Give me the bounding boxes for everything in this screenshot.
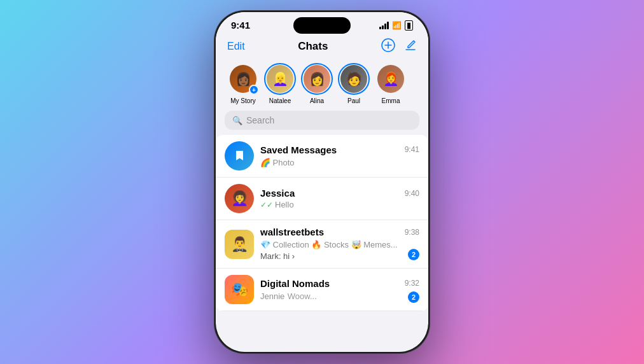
compose-icon[interactable] [404, 39, 417, 53]
battery-icon: ▮ [405, 20, 413, 31]
digital-nomads-name: Digital Nomads [260, 278, 330, 289]
natalee-avatar: 👱‍♀️ [267, 65, 293, 93]
status-time: 9:41 [231, 20, 250, 31]
app-header: Edit Chats [216, 34, 428, 59]
read-checkmark-icon: ✓✓ [260, 200, 273, 209]
saved-messages-content: Saved Messages 9:41 🌈 Photo [260, 144, 419, 168]
story-name-emma: Emma [382, 97, 400, 104]
wallstreetbets-preview: 💎 Collection 🔥 Stocks 🤯 Memes... [260, 240, 398, 249]
digital-nomads-subpreview: Woow... [288, 291, 317, 301]
digital-nomads-time: 9:32 [405, 279, 419, 288]
wallstreetbets-content: wallstreetbets 9:38 💎 Collection 🔥 Stock… [260, 227, 419, 262]
stories-row: 👩🏾 + My Story 👱‍♀️ Natalee [216, 59, 428, 111]
story-name-paul: Paul [347, 97, 360, 104]
header-actions [381, 38, 417, 54]
wifi-icon: 📶 [392, 21, 402, 30]
alina-avatar: 👩 [304, 65, 330, 93]
search-icon: 🔍 [232, 116, 242, 125]
page-title: Chats [298, 40, 328, 53]
chat-item-jessica[interactable]: 👩‍🦱 Jessica 9:40 ✓✓ Hello [216, 178, 428, 220]
jessica-preview: Hello [275, 200, 294, 209]
paul-avatar: 🧑 [340, 65, 367, 93]
search-placeholder: Search [246, 115, 274, 125]
status-icons: 📶 ▮ [379, 20, 413, 31]
story-item-my-story[interactable]: 👩🏾 + My Story [225, 63, 262, 104]
digital-nomads-content: Digital Nomads 9:32 Jennie Woow... [260, 278, 419, 302]
story-name-my-story: My Story [230, 97, 255, 104]
saved-messages-avatar [225, 141, 254, 171]
story-item-alina[interactable]: 👩 Alina [298, 63, 335, 104]
jessica-content: Jessica 9:40 ✓✓ Hello [260, 188, 419, 209]
jessica-avatar: 👩‍🦱 [225, 184, 254, 213]
digital-nomads-badge: 2 [408, 291, 419, 303]
phone-frame: 9:41 📶 ▮ Edit Chats [214, 10, 430, 354]
dynamic-island [293, 17, 351, 34]
wallstreetbets-time: 9:38 [405, 228, 419, 237]
saved-messages-name: Saved Messages [260, 144, 337, 155]
digital-nomads-preview: Jennie [260, 291, 284, 301]
story-item-emma[interactable]: 👩‍🦰 Emma [372, 63, 409, 104]
chat-list: Saved Messages 9:41 🌈 Photo 👩‍🦱 Jessica … [216, 135, 428, 311]
saved-messages-preview: 🌈 Photo [260, 158, 295, 167]
story-name-natalee: Natalee [269, 97, 291, 104]
chat-item-digital-nomads[interactable]: 🎭 Digital Nomads 9:32 Jennie Woow... 2 [216, 269, 428, 311]
chat-item-wallstreetbets[interactable]: 🤵‍♂️ wallstreetbets 9:38 💎 Collection 🔥 … [216, 220, 428, 269]
wallstreetbets-badge: 2 [408, 249, 419, 260]
search-bar[interactable]: 🔍 Search [225, 111, 419, 130]
wallstreetbets-subpreview: Mark: hi › [260, 251, 295, 261]
signal-icon [379, 22, 389, 29]
chat-item-saved-messages[interactable]: Saved Messages 9:41 🌈 Photo [216, 135, 428, 178]
emma-avatar: 👩‍🦰 [377, 65, 404, 93]
saved-messages-time: 9:41 [405, 145, 419, 154]
add-story-badge: + [249, 85, 259, 95]
jessica-name: Jessica [260, 188, 295, 199]
story-name-alina: Alina [310, 97, 324, 104]
new-group-icon[interactable] [381, 38, 395, 54]
phone-screen: 9:41 📶 ▮ Edit Chats [216, 12, 428, 352]
digital-nomads-avatar: 🎭 [225, 275, 254, 304]
edit-button[interactable]: Edit [227, 41, 245, 52]
story-item-natalee[interactable]: 👱‍♀️ Natalee [262, 63, 298, 104]
story-item-paul[interactable]: 🧑 Paul [335, 63, 372, 104]
wallstreetbets-name: wallstreetbets [260, 227, 324, 237]
jessica-time: 9:40 [405, 189, 419, 198]
wallstreetbets-avatar: 🤵‍♂️ [225, 230, 254, 259]
